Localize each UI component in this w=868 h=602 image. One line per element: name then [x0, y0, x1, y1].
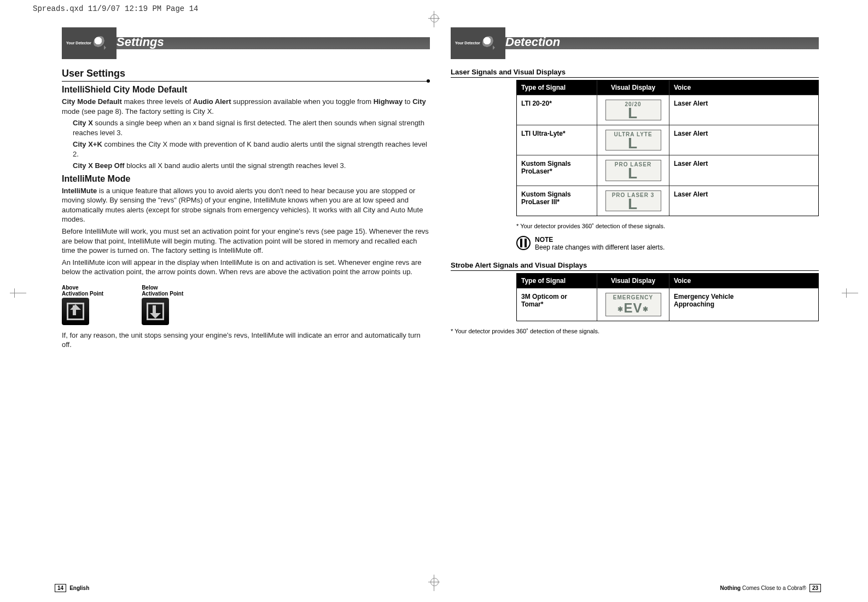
snake-icon	[482, 36, 496, 49]
page-footer-right: Nothing Comes Close to a Cobra® 23	[720, 584, 821, 592]
heading-user-settings: User Settings	[62, 68, 430, 82]
table-row: LTI 20-20* 20/20L Laser Alert	[517, 95, 818, 125]
table-strobe-signals: Type of Signal Visual Display Voice 3M O…	[516, 273, 819, 321]
caption-laser-table: Laser Signals and Visual Displays	[451, 68, 819, 78]
note-label: NOTE	[535, 236, 665, 244]
section-banner-settings: Your Detector Settings	[62, 27, 430, 56]
brand-tag: Your Detector	[66, 41, 91, 45]
imposition-slug: Spreads.qxd 11/9/07 12:19 PM Page 14	[33, 4, 198, 13]
body-text: City X sounds a single beep when an x ba…	[73, 118, 430, 137]
banner-title: Detection	[505, 35, 560, 49]
table-row: Kustom SignalsProLaser* PRO LASERL Laser…	[517, 155, 818, 185]
th-type: Type of Signal	[517, 80, 597, 95]
section-banner-detection: Your Detector Detection	[451, 27, 819, 56]
body-text: City X Beep Off blocks all X band audio …	[73, 161, 430, 171]
snake-icon	[94, 36, 107, 49]
page-number: 14	[55, 584, 66, 592]
brand-tag: Your Detector	[455, 41, 480, 45]
th-display: Visual Display	[597, 80, 669, 95]
page-footer-left: 14 English	[55, 584, 89, 592]
caption-above: AboveActivation Point	[62, 285, 103, 297]
lcd-display: PRO LASERL	[605, 160, 661, 181]
note-icon	[516, 236, 531, 250]
th-voice: Voice	[669, 274, 749, 288]
footnote-360: * Your detector provides 360˚ detection …	[516, 223, 819, 229]
banner-title: Settings	[116, 35, 164, 49]
page-number: 23	[809, 584, 821, 592]
body-text: City X+K combines the City X mode with p…	[73, 140, 430, 159]
lcd-display: PRO LASER 3L	[605, 190, 661, 211]
heading-intellimute: IntelliMute Mode	[62, 174, 430, 184]
lcd-display: EMERGENCY✱EV✱	[605, 293, 661, 316]
icon-arrow-up	[62, 298, 89, 325]
footnote-360: * Your detector provides 360˚ detection …	[451, 328, 819, 334]
th-display: Visual Display	[597, 274, 669, 288]
lcd-display: ULTRA LYTEL	[605, 130, 661, 150]
table-row: 3M Opticom orTomar* EMERGENCY✱EV✱ Emerge…	[517, 288, 818, 321]
caption-below: BelowActivation Point	[142, 285, 183, 297]
table-row: Kustom SignalsProLaser III* PRO LASER 3L…	[517, 186, 818, 216]
body-text: IntelliMute is a unique feature that all…	[62, 186, 430, 224]
note-block: NOTEBeep rate changes with different las…	[516, 236, 819, 251]
caption-strobe-table: Strobe Alert Signals and Visual Displays	[451, 261, 819, 271]
icon-arrow-down	[142, 298, 169, 325]
body-text: Before IntelliMute will work, you must s…	[62, 227, 430, 256]
lcd-display: 20/20L	[605, 100, 661, 120]
body-text: City Mode Default makes three levels of …	[62, 97, 430, 116]
table-row: LTI Ultra-Lyte* ULTRA LYTEL Laser Alert	[517, 125, 818, 155]
body-text: If, for any reason, the unit stops sensi…	[62, 331, 430, 350]
registration-mark-top	[434, 11, 434, 27]
heading-intellishield: IntelliShield City Mode Default	[62, 85, 430, 95]
th-type: Type of Signal	[517, 274, 597, 288]
note-text: Beep rate changes with different laser a…	[535, 244, 665, 251]
th-voice: Voice	[669, 80, 749, 95]
table-laser-signals: Type of Signal Visual Display Voice LTI …	[516, 80, 819, 216]
body-text: An IntelliMute icon will appear in the d…	[62, 258, 430, 277]
